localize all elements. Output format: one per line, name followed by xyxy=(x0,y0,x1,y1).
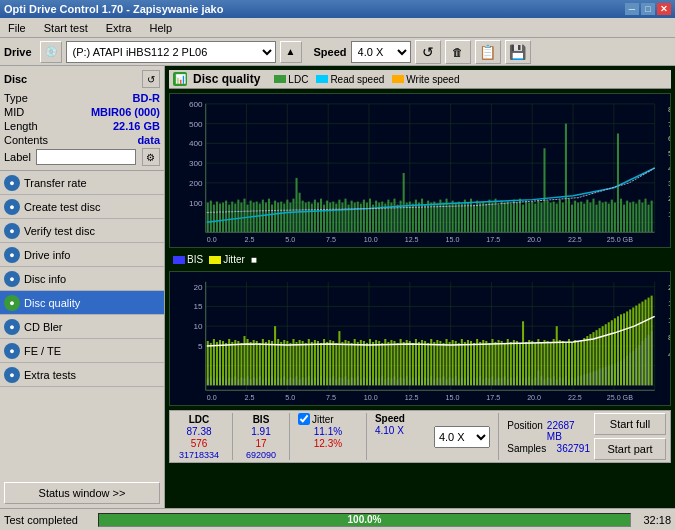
nav-extra-tests[interactable]: ● Extra tests xyxy=(0,363,164,387)
svg-rect-374 xyxy=(262,339,264,385)
menu-extra[interactable]: Extra xyxy=(102,20,136,36)
svg-rect-407 xyxy=(363,341,365,385)
svg-rect-467 xyxy=(547,341,549,385)
nav-create-test-disc[interactable]: ● Create test disc xyxy=(0,195,164,219)
svg-rect-74 xyxy=(375,201,377,233)
eject-button[interactable]: ▲ xyxy=(280,41,302,63)
svg-rect-423 xyxy=(412,343,414,385)
status-text: Test completed xyxy=(4,514,94,526)
svg-rect-68 xyxy=(357,202,359,233)
menu-help[interactable]: Help xyxy=(145,20,176,36)
menu-file[interactable]: File xyxy=(4,20,30,36)
svg-rect-31 xyxy=(243,199,245,233)
nav-label-transfer-rate: Transfer rate xyxy=(24,177,87,189)
nav-drive-info[interactable]: ● Drive info xyxy=(0,243,164,267)
svg-rect-46 xyxy=(289,203,291,233)
svg-text:600: 600 xyxy=(189,100,203,109)
read-speed-color xyxy=(316,75,328,83)
contents-value: data xyxy=(137,134,160,146)
svg-rect-499 xyxy=(644,300,646,386)
start-part-button[interactable]: Start part xyxy=(594,438,666,460)
svg-text:25.0 GB: 25.0 GB xyxy=(607,394,634,401)
nav-cd-bler[interactable]: ● CD Bler xyxy=(0,315,164,339)
svg-rect-404 xyxy=(354,339,356,385)
refresh-button[interactable]: ↺ xyxy=(415,40,441,64)
svg-rect-482 xyxy=(592,332,594,385)
svg-text:22.5: 22.5 xyxy=(568,236,582,243)
speed-select[interactable]: 4.0 X xyxy=(351,41,411,63)
jitter-label: Jitter xyxy=(223,254,245,265)
svg-rect-123 xyxy=(525,201,527,233)
svg-rect-45 xyxy=(286,200,288,233)
bis-header: BIS xyxy=(241,414,281,425)
start-full-button[interactable]: Start full xyxy=(594,413,666,435)
minimize-button[interactable]: ─ xyxy=(625,3,639,15)
svg-text:20.0: 20.0 xyxy=(527,236,541,243)
svg-text:1 X: 1 X xyxy=(668,211,670,220)
title-bar: Opti Drive Control 1.70 - Zapisywanie ja… xyxy=(0,0,675,18)
jitter-avg: 11.1% xyxy=(298,426,358,437)
speed-label: Speed xyxy=(314,46,347,58)
svg-rect-501 xyxy=(651,296,653,386)
svg-rect-25 xyxy=(225,201,227,233)
legend-bis: BIS xyxy=(173,254,203,265)
ldc-header: LDC xyxy=(174,414,224,425)
bis-total: 692090 xyxy=(241,450,281,460)
svg-rect-162 xyxy=(644,199,646,233)
progress-percent: 100.0% xyxy=(348,514,382,525)
svg-rect-140 xyxy=(577,203,579,233)
drive-icon-btn[interactable]: 💿 xyxy=(40,41,62,63)
svg-rect-149 xyxy=(605,202,607,233)
jitter-checkbox[interactable] xyxy=(298,413,310,425)
svg-rect-377 xyxy=(271,341,273,385)
drive-select[interactable]: (P:) ATAPI iHBS112 2 PL06 xyxy=(66,41,276,63)
svg-rect-56 xyxy=(320,199,322,233)
svg-rect-408 xyxy=(366,343,368,385)
nav-disc-info[interactable]: ● Disc info xyxy=(0,267,164,291)
svg-rect-26 xyxy=(228,205,230,233)
svg-rect-417 xyxy=(393,341,395,385)
speed-select-stats[interactable]: 4.0 X xyxy=(434,426,490,448)
label-icon[interactable]: ⚙ xyxy=(142,148,160,166)
svg-rect-403 xyxy=(351,343,353,385)
svg-rect-159 xyxy=(635,204,637,233)
svg-rect-43 xyxy=(280,202,282,233)
erase-button[interactable]: 🗑 xyxy=(445,40,471,64)
svg-rect-400 xyxy=(341,342,343,385)
label-input[interactable] xyxy=(36,149,136,165)
nav-transfer-rate[interactable]: ● Transfer rate xyxy=(0,171,164,195)
close-button[interactable]: ✕ xyxy=(657,3,671,15)
copy-button[interactable]: 📋 xyxy=(475,40,501,64)
svg-rect-448 xyxy=(488,343,490,385)
svg-rect-500 xyxy=(648,298,650,386)
legend-write-speed: Write speed xyxy=(392,74,459,85)
svg-rect-109 xyxy=(482,202,484,233)
svg-rect-161 xyxy=(641,203,643,233)
disc-refresh-icon[interactable]: ↺ xyxy=(142,70,160,88)
nav-label-extra-tests: Extra tests xyxy=(24,369,76,381)
save-button[interactable]: 💾 xyxy=(505,40,531,64)
svg-rect-445 xyxy=(479,342,481,385)
nav-verify-test-disc[interactable]: ● Verify test disc xyxy=(0,219,164,243)
svg-text:15.0: 15.0 xyxy=(446,236,460,243)
svg-rect-66 xyxy=(351,201,353,233)
svg-rect-93 xyxy=(433,202,435,233)
svg-text:4 X: 4 X xyxy=(668,164,670,173)
status-window-button[interactable]: Status window >> xyxy=(4,482,160,504)
svg-rect-36 xyxy=(259,204,261,233)
menu-start-test[interactable]: Start test xyxy=(40,20,92,36)
svg-rect-498 xyxy=(641,302,643,386)
svg-rect-427 xyxy=(424,341,426,385)
svg-rect-126 xyxy=(534,204,536,233)
svg-rect-147 xyxy=(599,201,601,233)
svg-text:5: 5 xyxy=(198,342,203,351)
svg-text:20: 20 xyxy=(194,283,204,292)
svg-rect-457 xyxy=(516,341,518,385)
nav-disc-quality[interactable]: ● Disc quality xyxy=(0,291,164,315)
svg-rect-397 xyxy=(332,341,334,385)
maximize-button[interactable]: □ xyxy=(641,3,655,15)
svg-rect-124 xyxy=(528,203,530,233)
nav-fe-te[interactable]: ● FE / TE xyxy=(0,339,164,363)
svg-rect-493 xyxy=(626,311,628,385)
svg-rect-135 xyxy=(562,203,564,233)
